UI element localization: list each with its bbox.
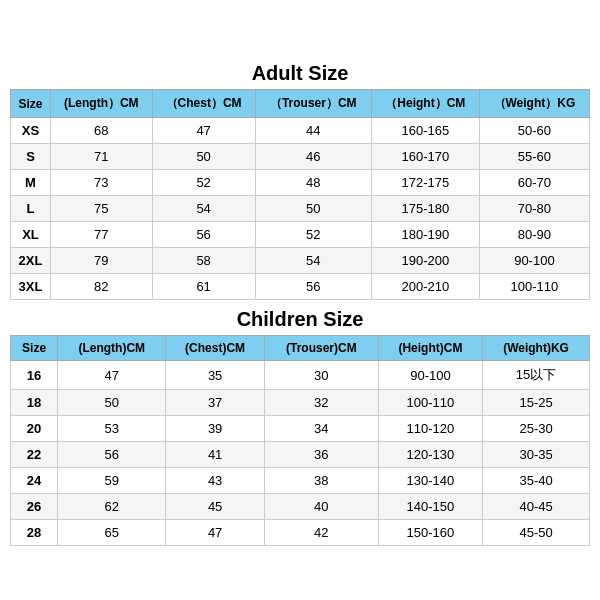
table-cell: 175-180	[371, 196, 479, 222]
table-cell: 172-175	[371, 170, 479, 196]
table-cell: 47	[58, 361, 166, 390]
table-cell: 54	[152, 196, 255, 222]
table-cell: 35-40	[483, 468, 590, 494]
table-cell: 15以下	[483, 361, 590, 390]
table-row: 22564136120-13030-35	[11, 442, 590, 468]
table-row: 3XL826156200-210100-110	[11, 274, 590, 300]
table-cell: 59	[58, 468, 166, 494]
adult-table-header-cell: Size	[11, 90, 51, 118]
size-chart-container: Adult Size Size(Length）CM（Chest）CM（Trous…	[10, 54, 590, 546]
table-cell: 52	[152, 170, 255, 196]
table-cell: 35	[166, 361, 265, 390]
table-cell: XS	[11, 118, 51, 144]
table-cell: 38	[264, 468, 378, 494]
table-cell: 75	[51, 196, 153, 222]
table-cell: 140-150	[378, 494, 482, 520]
table-cell: 32	[264, 390, 378, 416]
table-cell: 65	[58, 520, 166, 546]
table-cell: 20	[11, 416, 58, 442]
table-cell: 3XL	[11, 274, 51, 300]
table-row: L755450175-18070-80	[11, 196, 590, 222]
table-cell: 50	[255, 196, 371, 222]
table-row: 2XL795854190-20090-100	[11, 248, 590, 274]
table-cell: 42	[264, 520, 378, 546]
table-cell: 45-50	[483, 520, 590, 546]
table-cell: 47	[152, 118, 255, 144]
table-cell: 180-190	[371, 222, 479, 248]
table-cell: 90-100	[378, 361, 482, 390]
table-cell: 73	[51, 170, 153, 196]
table-cell: 43	[166, 468, 265, 494]
table-row: 28654742150-16045-50	[11, 520, 590, 546]
table-cell: S	[11, 144, 51, 170]
table-cell: 110-120	[378, 416, 482, 442]
table-cell: 39	[166, 416, 265, 442]
table-cell: 80-90	[479, 222, 589, 248]
table-cell: 58	[152, 248, 255, 274]
table-cell: 18	[11, 390, 58, 416]
table-cell: 36	[264, 442, 378, 468]
children-size-table: Size(Length)CM(Chest)CM(Trouser)CM(Heigh…	[10, 335, 590, 546]
table-cell: 45	[166, 494, 265, 520]
table-cell: 40-45	[483, 494, 590, 520]
table-row: S715046160-17055-60	[11, 144, 590, 170]
children-table-header-cell: (Height)CM	[378, 336, 482, 361]
table-cell: 41	[166, 442, 265, 468]
table-cell: 60-70	[479, 170, 589, 196]
table-cell: 200-210	[371, 274, 479, 300]
table-cell: 52	[255, 222, 371, 248]
table-cell: 56	[255, 274, 371, 300]
table-cell: 34	[264, 416, 378, 442]
table-cell: 130-140	[378, 468, 482, 494]
table-cell: 53	[58, 416, 166, 442]
table-cell: 61	[152, 274, 255, 300]
children-table-header-cell: (Length)CM	[58, 336, 166, 361]
table-row: 20533934110-12025-30	[11, 416, 590, 442]
table-cell: 44	[255, 118, 371, 144]
table-cell: 71	[51, 144, 153, 170]
table-cell: 160-165	[371, 118, 479, 144]
table-cell: 50	[58, 390, 166, 416]
table-row: XS684744160-16550-60	[11, 118, 590, 144]
children-table-header-cell: (Weight)KG	[483, 336, 590, 361]
table-cell: 70-80	[479, 196, 589, 222]
table-cell: 82	[51, 274, 153, 300]
table-cell: 68	[51, 118, 153, 144]
table-cell: 100-110	[378, 390, 482, 416]
table-cell: 37	[166, 390, 265, 416]
table-cell: M	[11, 170, 51, 196]
table-cell: 150-160	[378, 520, 482, 546]
adult-table-header-cell: （Height）CM	[371, 90, 479, 118]
table-cell: 46	[255, 144, 371, 170]
table-cell: 79	[51, 248, 153, 274]
children-table-header-cell: Size	[11, 336, 58, 361]
table-cell: 54	[255, 248, 371, 274]
table-cell: 90-100	[479, 248, 589, 274]
table-cell: 24	[11, 468, 58, 494]
table-row: 18503732100-11015-25	[11, 390, 590, 416]
table-cell: 30-35	[483, 442, 590, 468]
children-table-header-row: Size(Length)CM(Chest)CM(Trouser)CM(Heigh…	[11, 336, 590, 361]
adult-table-header-cell: （Chest）CM	[152, 90, 255, 118]
table-cell: 40	[264, 494, 378, 520]
table-cell: 47	[166, 520, 265, 546]
table-row: 26624540140-15040-45	[11, 494, 590, 520]
adult-table-header-row: Size(Length）CM（Chest）CM（Trouser）CM（Heigh…	[11, 90, 590, 118]
adult-table-header-cell: （Weight）KG	[479, 90, 589, 118]
children-table-header-cell: (Chest)CM	[166, 336, 265, 361]
table-cell: 16	[11, 361, 58, 390]
table-cell: 50-60	[479, 118, 589, 144]
table-row: M735248172-17560-70	[11, 170, 590, 196]
table-cell: 2XL	[11, 248, 51, 274]
table-cell: 28	[11, 520, 58, 546]
table-cell: 120-130	[378, 442, 482, 468]
table-cell: 22	[11, 442, 58, 468]
table-cell: 62	[58, 494, 166, 520]
children-size-title: Children Size	[10, 300, 590, 335]
table-cell: 15-25	[483, 390, 590, 416]
adult-table-header-cell: （Trouser）CM	[255, 90, 371, 118]
table-cell: 56	[152, 222, 255, 248]
adult-size-title: Adult Size	[10, 54, 590, 89]
table-cell: XL	[11, 222, 51, 248]
table-cell: 77	[51, 222, 153, 248]
